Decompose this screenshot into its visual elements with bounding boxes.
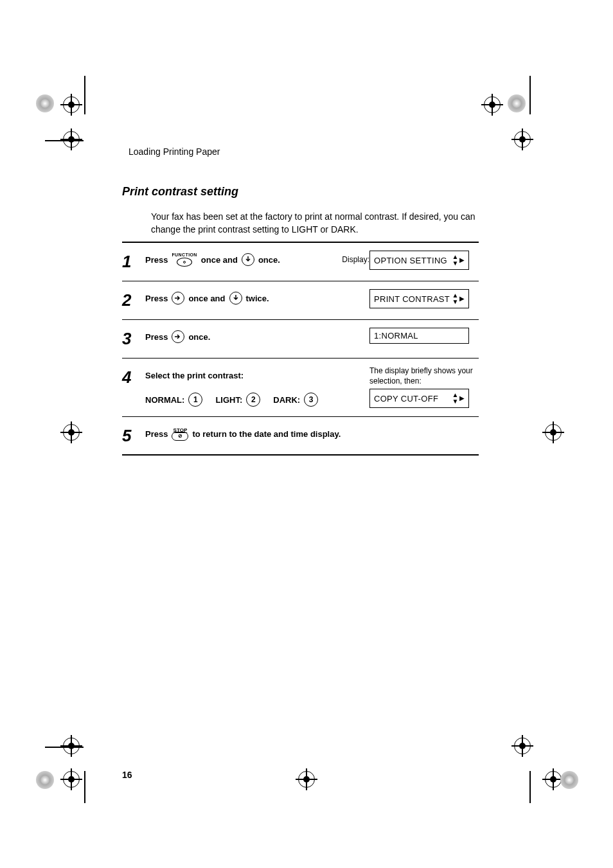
crop-reg-tlleft — [63, 131, 80, 148]
crop-reg-tl — [63, 96, 80, 113]
nav-arrows-icon: ▲▼▶ — [452, 292, 465, 305]
crop-corner-br — [560, 771, 578, 789]
label-dark: DARK: — [273, 395, 300, 405]
text-press: Press — [145, 294, 168, 303]
key-2: 2 — [246, 393, 260, 407]
crop-reg-bl2 — [63, 738, 80, 754]
text-end: once. — [188, 332, 210, 342]
key-3: 3 — [304, 393, 318, 407]
crop-line-top-left-h — [45, 140, 84, 141]
stop-key: STOP ⊘ — [172, 427, 188, 441]
running-head: Loading Printing Paper — [129, 146, 220, 157]
step4-title: Select the print contrast: — [145, 371, 244, 380]
step-1: 1 Press FUNCTION once and once. Display: — [122, 243, 479, 281]
section-title: Print contrast setting — [122, 185, 238, 199]
crop-reg-bl — [63, 771, 80, 788]
step4-note: The display briefly shows your selection… — [369, 366, 479, 386]
step-number: 4 — [122, 366, 145, 385]
step-5: 5 Press STOP ⊘ to return to the date and… — [122, 417, 479, 456]
lcd-text: PRINT CONTRAST — [374, 294, 450, 304]
lcd-text: 1:NORMAL — [374, 331, 418, 341]
oval-icon — [177, 258, 192, 267]
down-arrow-key-icon — [242, 253, 254, 266]
step-number: 2 — [122, 289, 145, 308]
display-label: Display: — [342, 255, 369, 264]
step-number: 1 — [122, 251, 145, 270]
lcd-text: OPTION SETTING — [374, 256, 447, 265]
function-key-label: FUNCTION — [172, 252, 197, 257]
function-key: FUNCTION — [172, 252, 197, 267]
steps-table: 1 Press FUNCTION once and once. Display: — [122, 242, 479, 456]
text-mid: once and — [188, 294, 225, 303]
right-arrow-key-icon — [172, 330, 184, 343]
stop-key-icon: ⊘ — [172, 432, 188, 441]
step-3: 3 Press once. 1:NORMAL — [122, 320, 479, 359]
step-number: 5 — [122, 425, 145, 444]
crop-reg-br — [545, 771, 562, 788]
nav-arrows-icon: ▲▼▶ — [452, 392, 465, 405]
lcd-display: OPTION SETTING ▲▼▶ — [369, 251, 469, 270]
text-end: twice. — [246, 294, 269, 303]
crop-corner-tl — [36, 94, 54, 112]
crop-reg-ml — [63, 424, 80, 441]
down-arrow-key-icon — [229, 292, 242, 305]
label-light: LIGHT: — [215, 395, 242, 405]
lcd-display: COPY CUT-OFF ▲▼▶ — [369, 389, 469, 408]
crop-reg-mr — [545, 424, 562, 441]
step-number: 3 — [122, 328, 145, 347]
text-end: once. — [258, 255, 280, 265]
text-press: Press — [145, 429, 168, 439]
text-press: Press — [145, 255, 168, 265]
lcd-text: COPY CUT-OFF — [374, 394, 438, 403]
lcd-display: PRINT CONTRAST ▲▼▶ — [369, 289, 469, 308]
page-number: 16 — [122, 770, 132, 780]
text-mid: once and — [201, 255, 238, 265]
label-normal: NORMAL: — [145, 395, 184, 405]
nav-arrows-icon: ▲▼▶ — [452, 254, 465, 267]
text-end: to return to the date and time display. — [192, 429, 341, 439]
intro-paragraph: Your fax has been set at the factory to … — [151, 211, 475, 236]
lcd-display: 1:NORMAL — [369, 328, 469, 344]
crop-corner-bl — [36, 771, 54, 789]
key-1: 1 — [188, 393, 202, 407]
right-arrow-key-icon — [172, 292, 184, 305]
crop-line-bot-left-h — [45, 747, 84, 748]
text-press: Press — [145, 332, 168, 342]
page-frame: Loading Printing Paper Print contrast se… — [84, 76, 530, 793]
step-2: 2 Press once and twice. PRINT CONTRAST — [122, 281, 479, 320]
step-4: 4 Select the print contrast: NORMAL: 1 L… — [122, 359, 479, 417]
